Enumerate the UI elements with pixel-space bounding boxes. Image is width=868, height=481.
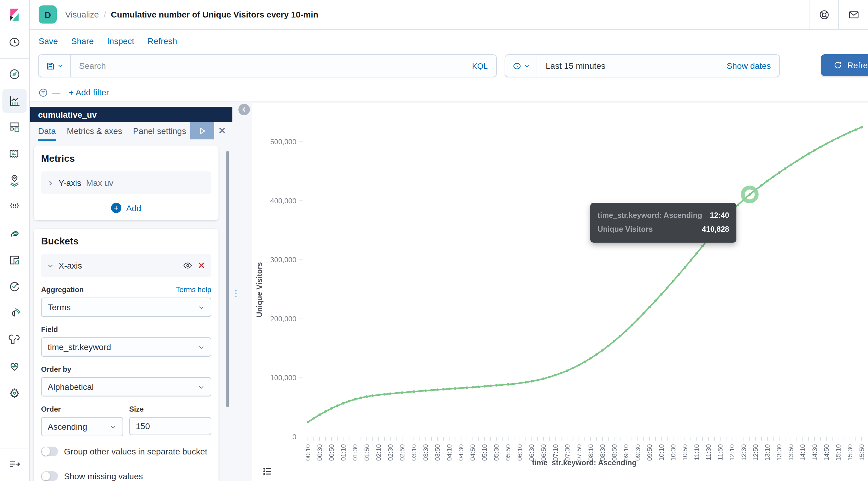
data-point[interactable] — [531, 380, 533, 382]
saved-query-menu-button[interactable] — [39, 55, 71, 77]
data-point[interactable] — [566, 370, 568, 372]
collapse-editor-button[interactable] — [239, 104, 250, 115]
data-point[interactable] — [360, 396, 362, 399]
sidebar-item-uptime[interactable] — [2, 275, 27, 299]
data-point[interactable] — [366, 395, 368, 398]
data-point[interactable] — [477, 386, 480, 388]
eye-icon[interactable] — [183, 261, 193, 270]
data-point[interactable] — [354, 398, 356, 400]
legend-toggle-icon[interactable] — [262, 466, 273, 477]
data-point[interactable] — [690, 259, 692, 262]
add-metric-button[interactable]: + Add — [41, 203, 211, 213]
data-point[interactable] — [831, 139, 833, 142]
data-point[interactable] — [802, 156, 804, 158]
data-point[interactable] — [672, 280, 674, 282]
y-axis-metric-row[interactable]: Y-axis Max uv — [41, 171, 211, 194]
data-point[interactable] — [312, 417, 315, 419]
data-point[interactable] — [790, 164, 792, 166]
data-point[interactable] — [507, 383, 509, 386]
data-point[interactable] — [495, 384, 497, 387]
data-point[interactable] — [813, 149, 816, 152]
data-point[interactable] — [336, 404, 338, 407]
space-badge[interactable]: D — [39, 5, 57, 24]
show-missing-toggle-row[interactable]: Show missing values — [41, 471, 211, 481]
data-point[interactable] — [460, 387, 462, 389]
sidebar-item-management[interactable] — [2, 381, 27, 405]
newsfeed-button[interactable] — [838, 0, 868, 29]
sidebar-item-machine-learning[interactable] — [2, 195, 27, 219]
data-point[interactable] — [571, 366, 574, 369]
data-point[interactable] — [660, 293, 662, 295]
data-point[interactable] — [678, 273, 680, 276]
data-point[interactable] — [643, 312, 645, 314]
data-point[interactable] — [654, 300, 657, 302]
panel-resizer-handle[interactable]: ⋮ — [233, 286, 239, 300]
sidebar-item-logs[interactable] — [2, 248, 27, 272]
delete-bucket-button[interactable]: ✕ — [198, 260, 205, 271]
data-point[interactable] — [513, 383, 515, 385]
data-point[interactable] — [471, 386, 474, 388]
data-point[interactable] — [578, 364, 580, 366]
data-point[interactable] — [412, 390, 415, 393]
data-point[interactable] — [648, 306, 651, 308]
data-point[interactable] — [778, 171, 780, 174]
data-point[interactable] — [607, 345, 609, 347]
data-point[interactable] — [861, 126, 863, 128]
recent-item[interactable] — [2, 30, 27, 54]
menu-save-link[interactable]: Save — [39, 36, 58, 46]
panel-scrollbar[interactable] — [226, 151, 229, 407]
data-point[interactable] — [454, 387, 456, 390]
sidebar-item-canvas[interactable] — [2, 142, 27, 166]
x-axis-bucket-row[interactable]: X-axis ✕ — [41, 254, 211, 277]
data-point[interactable] — [389, 392, 392, 395]
data-point[interactable] — [519, 382, 521, 384]
data-point[interactable] — [342, 402, 344, 404]
toggle-off-switch[interactable] — [41, 447, 58, 456]
time-menu-button[interactable] — [505, 55, 537, 77]
data-point[interactable] — [684, 266, 686, 268]
line-chart[interactable]: 0100,000200,000300,000400,000500,00000:1… — [252, 103, 868, 481]
data-point[interactable] — [424, 389, 427, 392]
data-point[interactable] — [383, 393, 386, 395]
data-point[interactable] — [554, 374, 557, 376]
data-point[interactable] — [601, 349, 603, 352]
data-point[interactable] — [807, 152, 810, 155]
sidebar-item-dashboard[interactable] — [2, 115, 27, 139]
data-point[interactable] — [542, 378, 545, 380]
terms-help-link[interactable]: Terms help — [176, 285, 211, 294]
sidebar-item-maps[interactable] — [2, 168, 27, 193]
data-point[interactable] — [595, 353, 597, 355]
data-point[interactable] — [784, 167, 786, 170]
data-point[interactable] — [536, 379, 539, 381]
data-point[interactable] — [855, 128, 857, 131]
data-point[interactable] — [702, 245, 704, 247]
tab-metrics-axes[interactable]: Metrics & axes — [67, 122, 122, 140]
help-button[interactable] — [809, 0, 838, 29]
search-input[interactable] — [71, 61, 464, 71]
data-point[interactable] — [619, 335, 621, 338]
data-point[interactable] — [760, 184, 763, 187]
data-point[interactable] — [589, 357, 592, 359]
data-point[interactable] — [307, 421, 309, 423]
data-point[interactable] — [695, 252, 698, 254]
data-point[interactable] — [330, 407, 333, 410]
data-point[interactable] — [560, 372, 562, 374]
menu-inspect-link[interactable]: Inspect — [107, 36, 134, 46]
aggregation-select[interactable]: Terms — [41, 297, 211, 317]
data-point[interactable] — [377, 394, 380, 396]
data-point[interactable] — [483, 385, 486, 387]
sidebar-item-visualize[interactable] — [2, 89, 27, 113]
data-point[interactable] — [849, 131, 851, 133]
order-select[interactable]: Ascending — [41, 417, 123, 436]
data-point[interactable] — [318, 413, 321, 416]
menu-share-link[interactable]: Share — [71, 36, 94, 46]
data-point[interactable] — [819, 146, 822, 148]
toggle-off-switch[interactable] — [41, 471, 58, 481]
tab-data[interactable]: Data — [38, 122, 56, 140]
data-point[interactable] — [630, 324, 633, 326]
data-point[interactable] — [466, 386, 468, 389]
data-point[interactable] — [766, 180, 768, 182]
data-point[interactable] — [401, 391, 403, 394]
order-by-select[interactable]: Alphabetical — [41, 377, 211, 396]
data-point[interactable] — [748, 193, 751, 196]
